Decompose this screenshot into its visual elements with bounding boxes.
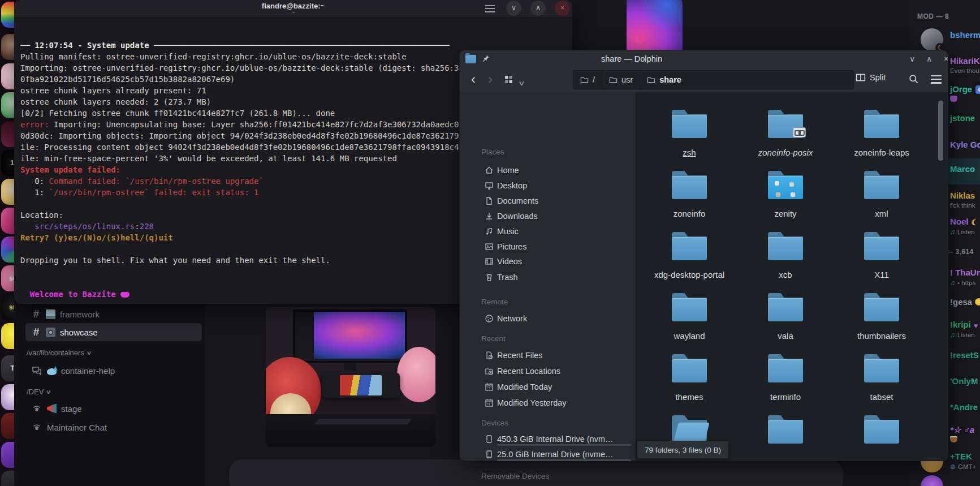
forward-button[interactable]: › bbox=[488, 71, 493, 88]
dolphin-titlebar[interactable]: share — Dolphin ∨ ∧ × bbox=[460, 50, 948, 67]
photo-desk bbox=[266, 414, 435, 447]
places-item[interactable]: Recent Files bbox=[460, 349, 636, 362]
place-icon bbox=[485, 398, 494, 407]
folder-item[interactable] bbox=[834, 415, 930, 461]
places-item[interactable]: Trash bbox=[460, 271, 636, 283]
folder-item[interactable]: zenity bbox=[737, 171, 834, 231]
folder-icon bbox=[672, 415, 707, 444]
channel-item[interactable]: # framework bbox=[25, 305, 202, 323]
places-item[interactable]: Music bbox=[460, 225, 636, 238]
chevron-down-icon: ∨ bbox=[86, 350, 92, 356]
folder-icon bbox=[864, 293, 899, 321]
folder-item[interactable]: thumbnailers bbox=[834, 293, 930, 353]
channel-item[interactable]: container-help bbox=[25, 362, 202, 380]
server-icon[interactable] bbox=[1, 442, 14, 468]
close-button[interactable]: × bbox=[555, 1, 570, 16]
member-name: +TEK bbox=[950, 451, 972, 461]
breadcrumb-item[interactable]: share bbox=[640, 71, 688, 89]
minimize-button[interactable]: ∨ bbox=[907, 54, 917, 63]
server-icon[interactable] bbox=[1, 384, 14, 410]
places-item[interactable]: Videos bbox=[460, 255, 636, 268]
view-mode-chevron-icon[interactable]: ∨ bbox=[518, 75, 525, 92]
server-icon[interactable]: 13 bbox=[1, 150, 14, 176]
member-name: bsherm bbox=[950, 30, 980, 40]
hamburger-menu-icon[interactable] bbox=[931, 75, 942, 84]
places-item[interactable]: Downloads bbox=[460, 210, 636, 222]
folder-item[interactable]: zsh bbox=[641, 110, 737, 170]
places-item[interactable]: 25.0 GiB Internal Drive (nvme… bbox=[460, 448, 636, 461]
folder-icon bbox=[672, 110, 707, 138]
folder-item[interactable]: vala bbox=[737, 293, 834, 353]
server-icon[interactable] bbox=[1, 179, 14, 205]
folder-item[interactable] bbox=[737, 415, 834, 461]
close-button[interactable]: × bbox=[941, 54, 951, 63]
split-button[interactable]: Split bbox=[856, 72, 886, 83]
folder-item[interactable]: zoneinfo-posix bbox=[737, 110, 834, 170]
places-item[interactable]: Pictures bbox=[460, 240, 636, 253]
terminal-titlebar[interactable]: flandre@bazzite:~ ~ ∨ ∧ × bbox=[14, 0, 572, 18]
places-item[interactable]: Modified Today bbox=[460, 381, 636, 393]
server-icon[interactable] bbox=[1, 236, 14, 263]
view-mode-icon[interactable] bbox=[504, 75, 513, 84]
channel-label: /DEV bbox=[27, 388, 44, 396]
server-icon[interactable] bbox=[1, 92, 14, 118]
channel-emoji-icon bbox=[46, 309, 55, 319]
folder-label: zoneinfo-leaps bbox=[834, 147, 930, 158]
chat-attachment-photo[interactable] bbox=[266, 307, 435, 447]
scrollbar[interactable] bbox=[938, 101, 943, 161]
channel-item[interactable]: Maintainer Chat bbox=[25, 418, 202, 436]
places-item[interactable]: Desktop bbox=[460, 179, 636, 192]
status-glyph-icon bbox=[950, 229, 955, 235]
search-icon[interactable] bbox=[908, 74, 919, 84]
folder-icon bbox=[768, 232, 803, 260]
folder-item[interactable]: wayland bbox=[641, 293, 737, 353]
places-item[interactable]: Documents bbox=[460, 195, 636, 207]
folder-item[interactable]: xdg-desktop-portal bbox=[641, 232, 737, 292]
minimize-button[interactable]: ∨ bbox=[506, 1, 521, 16]
channel-item: /var/lib/containers ∨ bbox=[25, 346, 202, 359]
server-icon[interactable] bbox=[1, 413, 14, 439]
breadcrumb-item[interactable]: / bbox=[573, 71, 602, 89]
server-icon[interactable] bbox=[1, 63, 14, 89]
maximize-button[interactable]: ∧ bbox=[924, 54, 934, 63]
channel-item[interactable]: # showcase bbox=[25, 323, 202, 341]
channel-item[interactable]: stage bbox=[25, 399, 202, 418]
chat-attachment-galaxy-image[interactable] bbox=[627, 0, 683, 51]
server-icon[interactable]: su! bbox=[1, 265, 14, 291]
folder-item[interactable]: zoneinfo bbox=[641, 171, 737, 231]
channel-type-icon bbox=[31, 365, 42, 376]
server-icon[interactable] bbox=[1, 208, 14, 234]
folder-view: zsh zoneinfo-posix zoneinfo-leaps bbox=[636, 92, 948, 461]
back-button[interactable]: ‹ bbox=[471, 71, 476, 88]
server-icon[interactable] bbox=[1, 121, 14, 147]
folder-item[interactable]: xml bbox=[834, 171, 930, 231]
menu-icon[interactable] bbox=[485, 5, 495, 12]
screen: MOD — 8 ☾ bsherm bbox=[0, 0, 980, 486]
folder-item[interactable]: zoneinfo-leaps bbox=[834, 110, 930, 170]
member-name: !resetS bbox=[950, 350, 979, 360]
places-item[interactable]: 450.3 GiB Internal Drive (nvm… bbox=[460, 433, 636, 445]
server-icon[interactable] bbox=[1, 471, 14, 486]
places-item[interactable]: Modified Yesterday bbox=[460, 397, 636, 409]
places-item[interactable]: Network bbox=[460, 312, 636, 325]
breadcrumb-item[interactable]: usr bbox=[602, 71, 640, 89]
places-item[interactable]: Home bbox=[460, 164, 636, 177]
folder-item[interactable]: themes bbox=[641, 354, 737, 414]
server-icon[interactable] bbox=[1, 323, 14, 349]
pin-icon[interactable] bbox=[481, 54, 490, 63]
member-name: Kyle Go bbox=[950, 140, 980, 149]
server-icon[interactable] bbox=[1, 34, 14, 60]
folder-label: terminfo bbox=[737, 392, 834, 403]
server-icon[interactable]: su! bbox=[1, 294, 14, 320]
folder-item[interactable]: terminfo bbox=[737, 354, 834, 414]
member-row[interactable] bbox=[910, 475, 980, 486]
places-item[interactable]: Recent Locations bbox=[460, 365, 636, 377]
folder-item[interactable]: xcb bbox=[737, 232, 834, 292]
maximize-button[interactable]: ∧ bbox=[530, 1, 546, 16]
server-icon[interactable] bbox=[1, 2, 14, 28]
folder-icon bbox=[768, 171, 803, 199]
server-icon[interactable]: Ts bbox=[1, 355, 14, 381]
folder-mini-icon bbox=[609, 76, 618, 84]
folder-item[interactable]: tabset bbox=[834, 354, 930, 414]
folder-item[interactable]: X11 bbox=[834, 232, 930, 292]
